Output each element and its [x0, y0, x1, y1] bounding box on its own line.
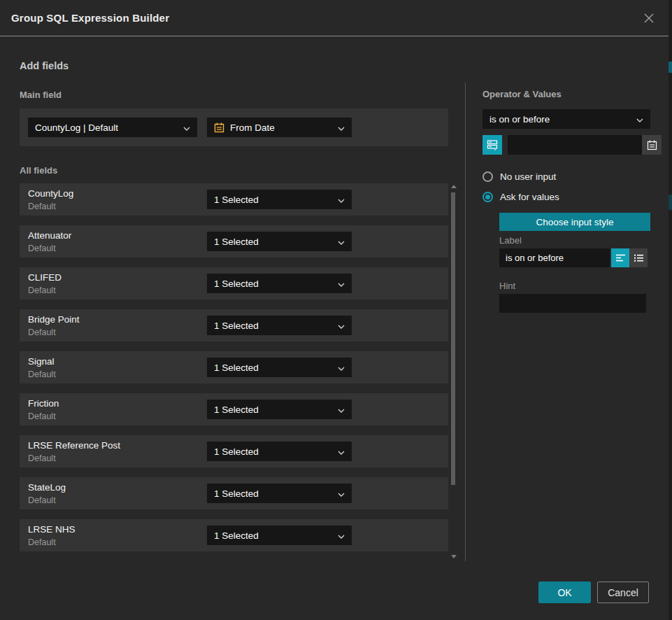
background-page-strip [669, 0, 672, 620]
field-row: LRSE Reference Post Default 1 Selected [20, 435, 448, 467]
close-icon[interactable] [642, 11, 656, 25]
radio-selected-icon[interactable] [482, 192, 493, 202]
label-label: Label [499, 235, 522, 246]
chevron-down-icon [636, 113, 643, 125]
field-layer: Default [28, 369, 56, 379]
chevron-down-icon [338, 193, 345, 206]
field-name: Signal [28, 356, 55, 367]
list-icon[interactable] [629, 248, 648, 267]
radio-icon[interactable] [482, 171, 493, 182]
field-selected-dropdown[interactable]: 1 Selected [207, 316, 352, 335]
field-layer: Default [28, 537, 56, 547]
all-fields-scrollbar[interactable] [450, 185, 457, 558]
input-type-selector-icon[interactable] [482, 135, 502, 155]
align-left-icon[interactable] [611, 248, 629, 267]
field-row: Friction Default 1 Selected [20, 393, 448, 425]
field-selected-dropdown[interactable]: 1 Selected [207, 358, 352, 377]
field-row: Signal Default 1 Selected [20, 351, 448, 383]
main-field-heading: Main field [20, 90, 62, 100]
chevron-down-icon [338, 319, 345, 332]
radio-ask-for-values[interactable]: Ask for values [482, 192, 559, 202]
all-fields-heading: All fields [20, 165, 57, 176]
main-field-container: CountyLog | Default From Date [20, 108, 448, 146]
field-layer: Default [28, 495, 56, 505]
field-name: LRSE NHS [28, 524, 76, 535]
field-name: Friction [28, 398, 59, 409]
field-selected-dropdown[interactable]: 1 Selected [207, 484, 352, 503]
dialog-title: Group SQL Expression Builder [11, 12, 169, 24]
value-input-row [482, 135, 650, 155]
field-name: Attenuator [28, 230, 71, 241]
field-row: LRSE NHS Default 1 Selected [20, 519, 448, 551]
field-row: Attenuator Default 1 Selected [20, 225, 448, 258]
operator-values-heading: Operator & Values [482, 89, 562, 99]
chevron-down-icon [338, 121, 345, 134]
label-input[interactable] [499, 248, 610, 267]
ok-button[interactable]: OK [538, 582, 591, 603]
radio-no-user-input[interactable]: No user input [482, 171, 556, 182]
main-field-field-select[interactable]: From Date [207, 118, 352, 137]
field-selected-dropdown[interactable]: 1 Selected [207, 400, 352, 419]
main-field-layer-select[interactable]: CountyLog | Default [28, 118, 197, 137]
chevron-down-icon [338, 277, 345, 290]
all-fields-list: CountyLog Default 1 Selected Attenuator … [20, 183, 448, 561]
hint-label: Hint [499, 281, 515, 291]
scroll-up-arrow-icon[interactable] [451, 185, 457, 188]
field-name: LRSE Reference Post [28, 440, 120, 451]
field-selected-dropdown[interactable]: 1 Selected [207, 274, 352, 293]
field-selected-dropdown[interactable]: 1 Selected [207, 190, 352, 209]
chevron-down-icon [338, 403, 345, 416]
field-name: CLIFED [28, 272, 62, 283]
field-row: StateLog Default 1 Selected [20, 477, 448, 509]
chevron-down-icon [183, 121, 190, 134]
add-fields-heading: Add fields [20, 60, 69, 71]
field-row: Bridge Point Default 1 Selected [20, 309, 448, 341]
cancel-button[interactable]: Cancel [597, 582, 649, 603]
date-value-input[interactable] [508, 135, 642, 155]
field-selected-dropdown[interactable]: 1 Selected [207, 232, 352, 251]
chevron-down-icon [338, 235, 345, 248]
field-name: StateLog [28, 482, 66, 493]
group-sql-expression-builder-dialog: Group SQL Expression Builder Add fields … [0, 0, 672, 620]
operator-select[interactable]: is on or before [482, 109, 650, 129]
field-layer: Default [28, 411, 56, 421]
scroll-down-arrow-icon[interactable] [451, 555, 457, 558]
label-style-toggle-group [611, 248, 648, 267]
chevron-down-icon [338, 361, 345, 374]
field-row: CLIFED Default 1 Selected [20, 267, 448, 300]
field-row: CountyLog Default 1 Selected [20, 183, 448, 216]
field-layer: Default [28, 202, 56, 211]
field-layer: Default [28, 327, 56, 337]
field-selected-dropdown[interactable]: 1 Selected [207, 442, 352, 461]
choose-input-style-button[interactable]: Choose input style [499, 213, 650, 231]
field-name: Bridge Point [28, 314, 80, 325]
chevron-down-icon [338, 487, 345, 500]
calendar-picker-button[interactable] [642, 135, 662, 155]
field-name: CountyLog [28, 188, 73, 199]
chevron-down-icon [338, 529, 345, 542]
panel-divider [465, 83, 466, 561]
chevron-down-icon [338, 445, 345, 458]
hint-input[interactable] [499, 294, 646, 313]
field-layer: Default [28, 286, 56, 295]
scrollbar-thumb[interactable] [451, 192, 455, 485]
field-layer: Default [28, 244, 56, 253]
calendar-icon [214, 122, 224, 133]
field-layer: Default [28, 453, 56, 463]
dialog-header: Group SQL Expression Builder [0, 0, 669, 36]
field-selected-dropdown[interactable]: 1 Selected [207, 526, 352, 545]
